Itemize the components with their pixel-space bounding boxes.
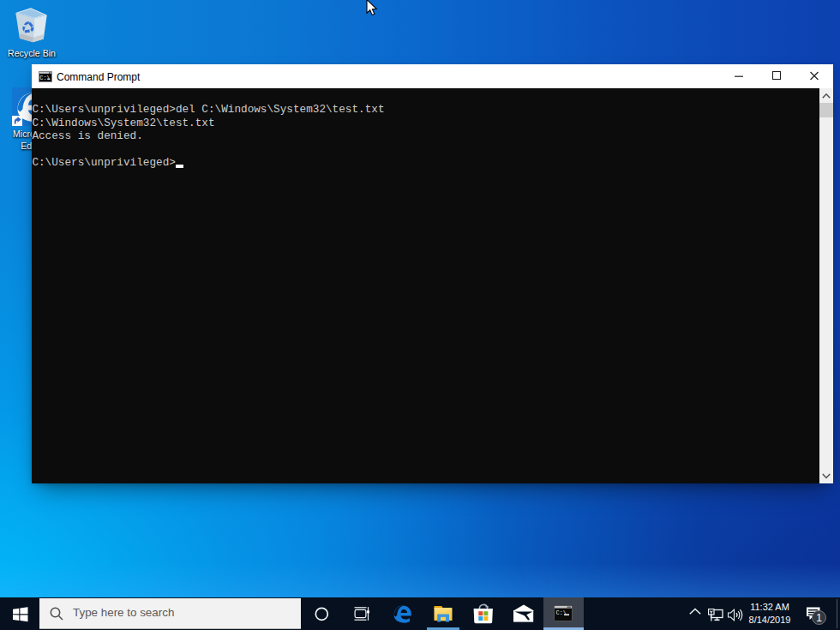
svg-text:1: 1 — [816, 612, 822, 624]
svg-text:C:\: C:\ — [39, 75, 50, 81]
